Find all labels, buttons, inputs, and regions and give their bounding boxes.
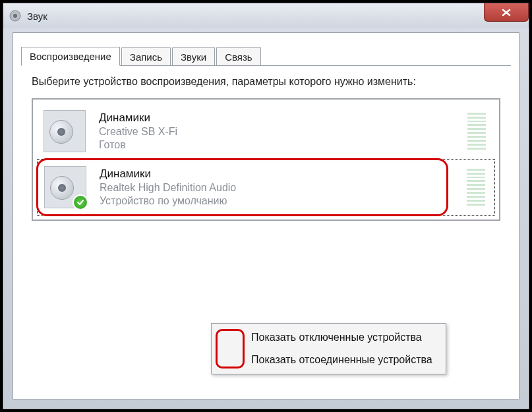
instruction-text: Выберите устройство воспроизведения, пар… [13,66,519,96]
device-description: Realtek High Definition Audio [100,182,467,194]
device-name: Динамики [100,167,467,181]
device-item[interactable]: Динамики Realtek High Definition Audio У… [37,159,495,216]
level-meter [467,113,486,150]
sound-icon [9,9,22,22]
device-name: Динамики [99,111,467,125]
titlebar: Звук [3,3,529,28]
device-text: Динамики Realtek High Definition Audio У… [100,167,467,207]
tab-playback[interactable]: Воспроизведение [21,47,120,66]
context-menu: Показать отключенные устройства Показать… [211,323,446,374]
device-text: Динамики Creative SB X-Fi Готов [99,111,467,151]
device-item[interactable]: Динамики Creative SB X-Fi Готов [37,103,495,159]
speaker-icon [44,166,86,208]
speaker-icon [44,110,86,152]
menu-show-disabled[interactable]: Показать отключенные устройства [213,326,444,349]
tab-strip: Воспроизведение Запись Звуки Связь [13,33,519,65]
client-area: Воспроизведение Запись Звуки Связь Выбер… [13,32,519,399]
device-description: Creative SB X-Fi [99,126,467,138]
default-check-icon [73,194,88,210]
sound-window: Звук Воспроизведение Запись Звуки Связь … [3,3,529,409]
device-status: Готов [99,139,467,151]
close-button[interactable] [484,3,529,22]
device-list[interactable]: Динамики Creative SB X-Fi Готов [32,98,500,221]
svg-point-1 [13,14,17,18]
window-title: Звук [27,11,47,22]
device-status: Устройство по умолчанию [100,195,467,207]
tab-sounds[interactable]: Звуки [172,47,215,66]
tab-communications[interactable]: Связь [216,47,260,66]
menu-show-disconnected[interactable]: Показать отсоединенные устройства [213,349,444,371]
tab-recording[interactable]: Запись [121,47,171,66]
level-meter [467,169,485,206]
